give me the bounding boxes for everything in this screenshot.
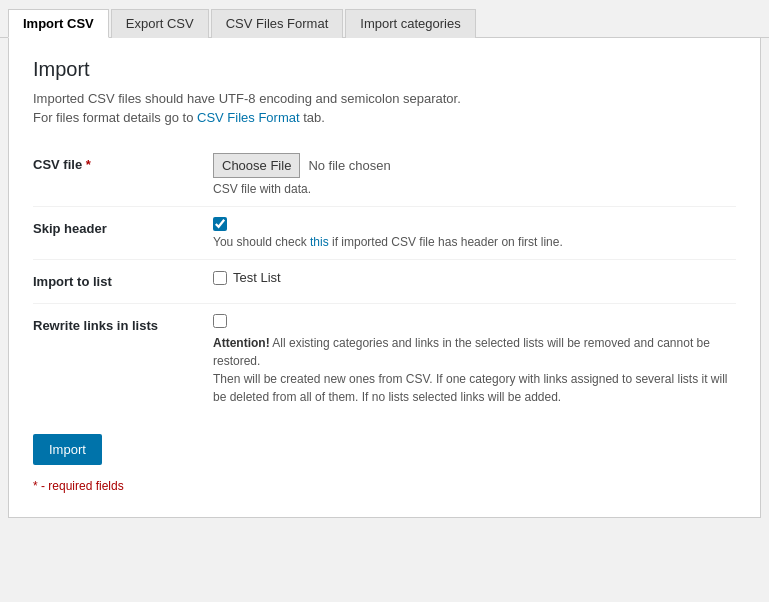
- attention-bold: Attention!: [213, 336, 270, 350]
- no-file-text: No file chosen: [308, 158, 390, 173]
- rewrite-links-checkbox-row: [213, 314, 736, 328]
- tab-export-csv[interactable]: Export CSV: [111, 9, 209, 38]
- csv-files-format-link[interactable]: CSV Files Format: [197, 110, 300, 125]
- tab-csv-files-format[interactable]: CSV Files Format: [211, 9, 344, 38]
- import-to-list-checkbox-row: Test List: [213, 270, 736, 285]
- choose-file-button[interactable]: Choose File: [213, 153, 300, 178]
- skip-header-field: You should check this if imported CSV fi…: [213, 207, 736, 260]
- import-to-list-checkbox[interactable]: [213, 271, 227, 285]
- page-title: Import: [33, 58, 736, 81]
- rewrite-links-label: Rewrite links in lists: [33, 304, 213, 417]
- skip-header-desc: You should check this if imported CSV fi…: [213, 235, 563, 249]
- csv-file-field: Choose File No file chosen CSV file with…: [213, 143, 736, 207]
- info-line1: Imported CSV files should have UTF-8 enc…: [33, 91, 736, 106]
- skip-header-link[interactable]: this: [310, 235, 329, 249]
- import-to-list-label: Import to list: [33, 260, 213, 304]
- rewrite-links-section: Attention! All existing categories and l…: [213, 314, 736, 406]
- form-table: CSV file * Choose File No file chosen CS…: [33, 143, 736, 416]
- skip-header-desc-post: if imported CSV file has header on first…: [329, 235, 563, 249]
- skip-header-desc-pre: You should check: [213, 235, 310, 249]
- skip-header-checkbox[interactable]: [213, 217, 227, 231]
- import-to-list-row: Import to list Test List: [33, 260, 736, 304]
- rewrite-links-field: Attention! All existing categories and l…: [213, 304, 736, 417]
- skip-header-wrap: You should check this if imported CSV fi…: [213, 217, 736, 249]
- tab-import-categories[interactable]: Import categories: [345, 9, 475, 38]
- import-to-list-field: Test List: [213, 260, 736, 304]
- skip-header-row: Skip header You should check this if imp…: [33, 207, 736, 260]
- import-to-list-name: Test List: [233, 270, 281, 285]
- attention-line1: All existing categories and links in the…: [213, 336, 710, 368]
- csv-file-hint: CSV file with data.: [213, 182, 736, 196]
- tab-import-csv[interactable]: Import CSV: [8, 9, 109, 38]
- import-button[interactable]: Import: [33, 434, 102, 465]
- skip-header-label: Skip header: [33, 207, 213, 260]
- csv-file-row: CSV file * Choose File No file chosen CS…: [33, 143, 736, 207]
- info-line2: For files format details go to CSV Files…: [33, 110, 736, 125]
- content-area: Import Imported CSV files should have UT…: [8, 38, 761, 518]
- csv-file-label: CSV file *: [33, 143, 213, 207]
- rewrite-links-row: Rewrite links in lists Attention! All ex…: [33, 304, 736, 417]
- info-line2-pre: For files format details go to: [33, 110, 197, 125]
- rewrite-links-attention: Attention! All existing categories and l…: [213, 334, 736, 406]
- required-note: * - required fields: [33, 479, 736, 493]
- tab-bar: Import CSV Export CSV CSV Files Format I…: [0, 0, 769, 38]
- required-star: *: [82, 157, 91, 172]
- info-line2-post: tab.: [300, 110, 325, 125]
- skip-header-checkbox-row: [213, 217, 227, 231]
- attention-line2: Then will be created new ones from CSV. …: [213, 372, 727, 404]
- file-input-area: Choose File No file chosen: [213, 153, 736, 178]
- rewrite-links-checkbox[interactable]: [213, 314, 227, 328]
